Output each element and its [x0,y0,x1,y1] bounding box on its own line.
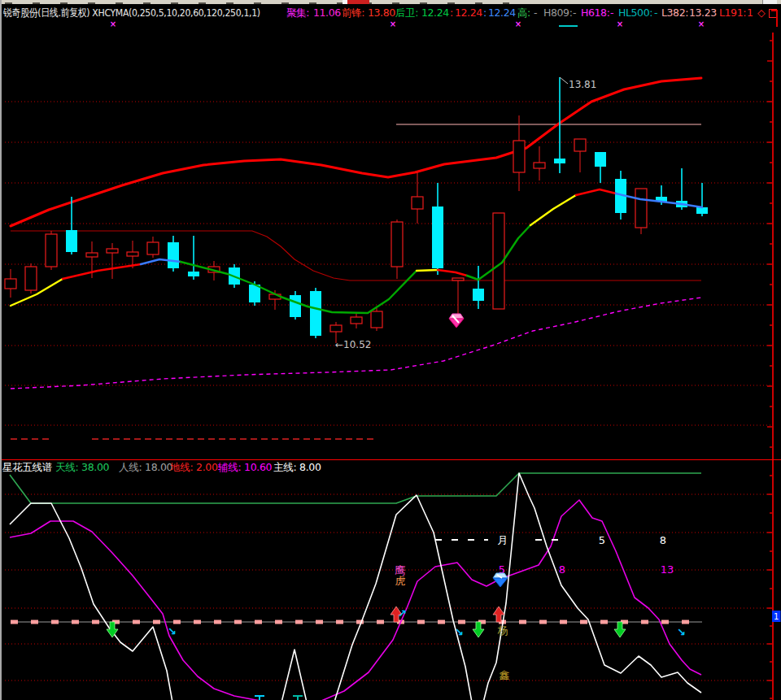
candle-down [66,197,77,254]
svg-text:←10.52: ←10.52 [335,339,371,350]
field-gao-label: 高: [517,6,530,20]
candle-down [188,236,199,280]
candle-up [452,278,464,314]
candle-up [635,189,647,234]
svg-text:×: × [698,21,705,28]
field-qianfeng-label: 前锋: [342,6,364,20]
candlesticks [5,77,708,343]
cyan-down-right-arrow-icon: ↘ [455,626,464,638]
field-red-value: 12.24 [455,6,482,20]
zhuxian-white-line [10,473,701,700]
label-xin: 鑫 [500,669,510,681]
candle-up [147,237,159,258]
info-bar: 锐奇股份(日线.前复权) XHCYMA(0,250,5,10,20,60,120… [0,4,781,21]
field-renxian: 人线: 18.00 [119,460,172,474]
field-h618-label: H618: [581,6,609,20]
green-down-arrow-icon [614,622,626,637]
candle-up [25,263,37,293]
candle-up [46,231,57,270]
thin-red-line [11,231,701,280]
field-qianfeng-value: 13.80 [368,6,395,20]
sub-indicator-chart[interactable]: 月585813鹰虎杨鑫↗↘↘↘1 [0,459,781,700]
blue-gem-icon [493,573,508,587]
candle-up [107,243,118,279]
field-hl500-value: - [654,6,657,20]
candle-up [574,139,586,172]
field-tianxian: 天线: 38.00 [55,460,109,474]
sub-indicator-label-row: 星花五线谱天线: 38.00人线: 18.00地线: 2.00辅线: 10.60… [0,460,781,475]
svg-text:×: × [110,21,116,28]
page-number-box[interactable]: 1 [772,611,781,622]
field-blue-colon: : [483,6,486,20]
field-l382-label: L382: [661,6,688,20]
cycle-labels: 月585813鹰虎杨鑫 [395,534,674,681]
field-blue-value: 12.24 [488,6,516,20]
diamond-icon: ◇ [757,6,765,20]
sub-right-axis [767,460,773,700]
fuxian-magenta-line [10,500,701,700]
field-houwei-value: 12.24 [421,6,449,20]
green-down-arrow-icon [473,622,484,637]
label-yang: 杨 [498,624,508,637]
cyan-down-right-arrow-icon: ↘ [677,626,686,638]
candle-up [391,220,403,279]
field-houwei-label: 后卫: [395,6,418,20]
window-left-border [0,0,2,700]
trading-app-window: 锐奇股份(日线.前复权) XHCYMA(0,250,5,10,20,60,120… [0,0,781,700]
indicator-name: 星花五线谱 [2,460,52,474]
candle-down [432,183,443,275]
chart-title: 锐奇股份(日线.前复权) XHCYMA(0,250,5,10,20,60,120… [3,6,260,20]
main-candlestick-chart[interactable]: 13.81←10.52××××× [0,21,781,459]
candle-down [168,236,179,272]
price-annotation: 13.81 [560,77,596,90]
label-13-magenta: 13 [661,563,674,576]
candle-down [310,288,321,338]
field-hl500-label: HL500: [618,6,652,20]
field-gao-value: - [534,6,537,20]
cyan-up-right-arrow-icon: ↗ [398,607,407,620]
field-dixian: 地线: 2.00 [170,460,218,474]
field-l382-value: 13.23 [689,6,717,20]
label-5-white: 5 [599,534,605,546]
candle-down [595,152,606,183]
candle-down [290,291,301,320]
sub-chart-layers: 月585813鹰虎杨鑫↗↘↘↘1 [0,460,781,700]
label-yue: 月 [498,534,508,546]
svg-text:×: × [390,21,396,28]
field-l191-label: L191: [719,6,746,20]
field-h809-value: - [573,6,576,20]
legend-markers: ××××× [110,21,705,28]
candle-up [412,172,423,224]
field-zhuxian: 主线: 8.00 [273,460,321,474]
field-red-colon: : [450,6,453,20]
tianxian-green-line [10,473,701,503]
scroll-bracket-h [771,10,778,11]
svg-text:×: × [515,21,521,28]
candle-up [5,269,16,298]
green-down-arrow-icon [107,622,118,637]
candle-up [513,115,525,191]
cyan-down-right-arrow-icon: ↘ [168,625,177,637]
pink-gem-icon [449,314,464,328]
label-8-white: 8 [660,534,666,546]
svg-text:1: 1 [774,612,779,621]
field-fuxian: 辅线: 10.60 [218,460,272,474]
label-hu: 虎 [395,575,406,587]
main-right-axis [767,33,773,459]
candle-down [696,183,708,216]
svg-text:×: × [617,21,623,28]
label-8-magenta: 8 [559,563,565,576]
candle-up [351,313,362,328]
grid-lines [5,494,771,680]
price-annotation: ←10.52 [335,339,371,350]
candle-down [473,266,484,309]
candle-up [534,146,545,180]
field-h809-label: H809: [543,6,572,20]
field-h618-value: - [610,6,613,20]
candle-up [371,308,382,331]
clipped-bottom-glyphs [255,696,303,700]
field-juji-label: 聚集: [286,6,309,20]
grid-lines [5,102,771,425]
field-juji-value: 11.06 [313,6,341,20]
field-l191-value: 1 [747,6,753,20]
